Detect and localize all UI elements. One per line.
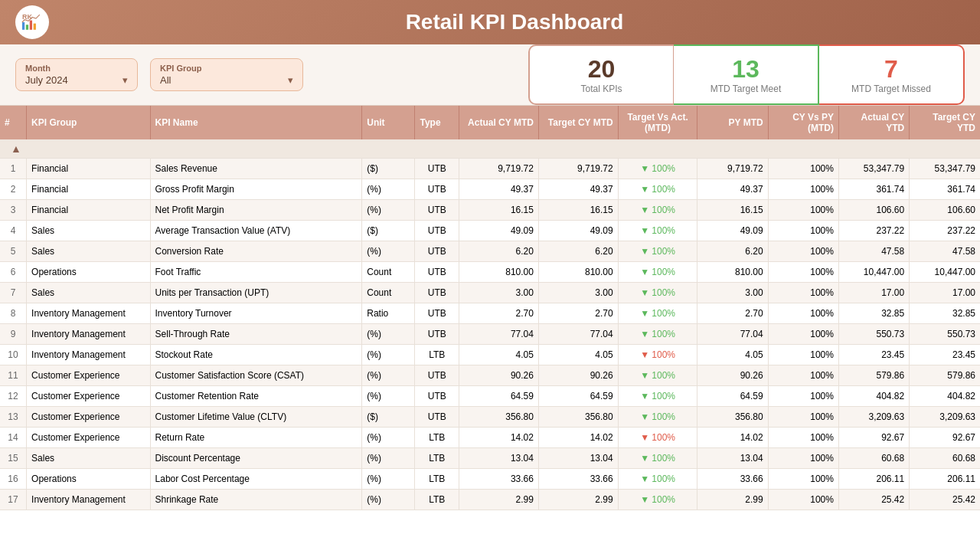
cell-group: Customer Experience bbox=[27, 407, 150, 428]
cell-tvsa: ▼ 100% bbox=[618, 490, 697, 510]
month-filter[interactable]: Month July 2024 ▾ bbox=[15, 58, 138, 91]
total-kpis-number: 20 bbox=[553, 55, 650, 84]
cell-type: UTB bbox=[415, 200, 459, 221]
cell-cy-vs-py: 100% bbox=[768, 303, 838, 324]
cell-unit: (%) bbox=[362, 365, 415, 386]
cell-group: Operations bbox=[27, 262, 150, 283]
cell-target-cy-mtd: 49.09 bbox=[538, 221, 618, 241]
cell-actual-cy-ytd: 60.68 bbox=[838, 448, 909, 469]
cell-tvsa: ▼ 100% bbox=[618, 324, 697, 345]
table-row: 7 Sales Units per Transaction (UPT) Coun… bbox=[0, 283, 980, 303]
cell-target-cy-mtd: 6.20 bbox=[538, 241, 618, 262]
cell-group: Financial bbox=[27, 200, 150, 221]
cell-type: UTB bbox=[415, 386, 459, 407]
cell-type: UTB bbox=[415, 241, 459, 262]
cell-actual-cy-mtd: 49.37 bbox=[459, 179, 539, 200]
cell-type: LTB bbox=[415, 345, 459, 365]
cell-actual-cy-ytd: 25.42 bbox=[838, 490, 909, 510]
cell-name: Discount Percentage bbox=[150, 448, 362, 469]
kpi-group-select[interactable]: All ▾ bbox=[160, 74, 293, 86]
kpi-group-filter[interactable]: KPI Group All ▾ bbox=[150, 58, 303, 91]
cell-target-cy-mtd: 16.15 bbox=[538, 200, 618, 221]
cell-name: Sales Revenue bbox=[150, 159, 362, 179]
cell-name: Average Transaction Value (ATV) bbox=[150, 221, 362, 241]
cell-py-mtd: 2.99 bbox=[697, 490, 768, 510]
cell-actual-cy-mtd: 13.04 bbox=[459, 448, 539, 469]
cell-type: LTB bbox=[415, 428, 459, 448]
table-row: 13 Customer Experience Customer Lifetime… bbox=[0, 407, 980, 428]
cell-unit: (%) bbox=[362, 179, 415, 200]
cell-group: Sales bbox=[27, 241, 150, 262]
cell-num: 15 bbox=[0, 448, 27, 469]
cell-tvsa: ▼ 100% bbox=[618, 428, 697, 448]
cell-name: Customer Retention Rate bbox=[150, 386, 362, 407]
cell-tvsa: ▼ 100% bbox=[618, 221, 697, 241]
cell-target-cy-ytd: 17.00 bbox=[910, 283, 980, 303]
month-value: July 2024 bbox=[25, 74, 68, 86]
cell-name: Inventory Turnover bbox=[150, 303, 362, 324]
cell-py-mtd: 16.15 bbox=[697, 200, 768, 221]
cell-target-cy-mtd: 4.05 bbox=[538, 345, 618, 365]
col-header-kpi-name: KPI Name bbox=[150, 106, 362, 139]
table-row: 11 Customer Experience Customer Satisfac… bbox=[0, 365, 980, 386]
cell-num: 1 bbox=[0, 159, 27, 179]
cell-target-cy-mtd: 90.26 bbox=[538, 365, 618, 386]
cell-tvsa: ▼ 100% bbox=[618, 303, 697, 324]
cell-actual-cy-mtd: 90.26 bbox=[459, 365, 539, 386]
cell-py-mtd: 49.37 bbox=[697, 179, 768, 200]
table-row: 17 Inventory Management Shrinkage Rate (… bbox=[0, 490, 980, 510]
cell-cy-vs-py: 100% bbox=[768, 241, 838, 262]
cell-unit: Count bbox=[362, 283, 415, 303]
cell-actual-cy-mtd: 77.04 bbox=[459, 324, 539, 345]
cell-py-mtd: 356.80 bbox=[697, 407, 768, 428]
cell-type: UTB bbox=[415, 283, 459, 303]
cell-name: Shrinkage Rate bbox=[150, 490, 362, 510]
cell-tvsa: ▼ 100% bbox=[618, 283, 697, 303]
cell-name: Stockout Rate bbox=[150, 345, 362, 365]
cell-cy-vs-py: 100% bbox=[768, 179, 838, 200]
cell-num: 14 bbox=[0, 428, 27, 448]
cell-actual-cy-mtd: 810.00 bbox=[459, 262, 539, 283]
cell-py-mtd: 9,719.72 bbox=[697, 159, 768, 179]
cell-py-mtd: 13.04 bbox=[697, 448, 768, 469]
cell-cy-vs-py: 100% bbox=[768, 283, 838, 303]
cell-group: Customer Experience bbox=[27, 428, 150, 448]
cell-cy-vs-py: 100% bbox=[768, 221, 838, 241]
cell-actual-cy-ytd: 3,209.63 bbox=[838, 407, 909, 428]
table-row: 5 Sales Conversion Rate (%) UTB 6.20 6.2… bbox=[0, 241, 980, 262]
cell-actual-cy-mtd: 64.59 bbox=[459, 386, 539, 407]
cell-unit: ($) bbox=[362, 407, 415, 428]
cell-actual-cy-ytd: 53,347.79 bbox=[838, 159, 909, 179]
mtd-meet-card: 13 MTD Target Meet bbox=[674, 44, 819, 105]
cell-tvsa: ▼ 100% bbox=[618, 386, 697, 407]
cell-actual-cy-ytd: 361.74 bbox=[838, 179, 909, 200]
table-row: 15 Sales Discount Percentage (%) LTB 13.… bbox=[0, 448, 980, 469]
month-select[interactable]: July 2024 ▾ bbox=[25, 74, 128, 86]
cell-group: Inventory Management bbox=[27, 490, 150, 510]
cell-actual-cy-ytd: 23.45 bbox=[838, 345, 909, 365]
col-header-tvsa: Target Vs Act. (MTD) bbox=[618, 106, 697, 139]
cell-num: 16 bbox=[0, 469, 27, 490]
table-row: 2 Financial Gross Profit Margin (%) UTB … bbox=[0, 179, 980, 200]
cell-target-cy-ytd: 3,209.63 bbox=[910, 407, 980, 428]
cell-target-cy-mtd: 2.70 bbox=[538, 303, 618, 324]
cell-name: Sell-Through Rate bbox=[150, 324, 362, 345]
cell-tvsa: ▼ 100% bbox=[618, 241, 697, 262]
cell-actual-cy-ytd: 550.73 bbox=[838, 324, 909, 345]
filter-bar: Month July 2024 ▾ KPI Group All ▾ 20 Tot… bbox=[0, 44, 980, 106]
kpi-group-value: All bbox=[160, 74, 171, 86]
cell-type: UTB bbox=[415, 221, 459, 241]
cell-num: 17 bbox=[0, 490, 27, 510]
sort-arrow-icon[interactable]: ▲ bbox=[5, 141, 28, 156]
cell-target-cy-ytd: 579.86 bbox=[910, 365, 980, 386]
cell-unit: (%) bbox=[362, 241, 415, 262]
cell-target-cy-ytd: 550.73 bbox=[910, 324, 980, 345]
cell-target-cy-ytd: 32.85 bbox=[910, 303, 980, 324]
cell-target-cy-ytd: 10,447.00 bbox=[910, 262, 980, 283]
col-header-target-cy-mtd: Target CY MTD bbox=[538, 106, 618, 139]
total-kpis-label: Total KPIs bbox=[553, 84, 650, 94]
cell-group: Inventory Management bbox=[27, 345, 150, 365]
cell-actual-cy-ytd: 106.60 bbox=[838, 200, 909, 221]
cell-type: UTB bbox=[415, 303, 459, 324]
cell-unit: (%) bbox=[362, 386, 415, 407]
